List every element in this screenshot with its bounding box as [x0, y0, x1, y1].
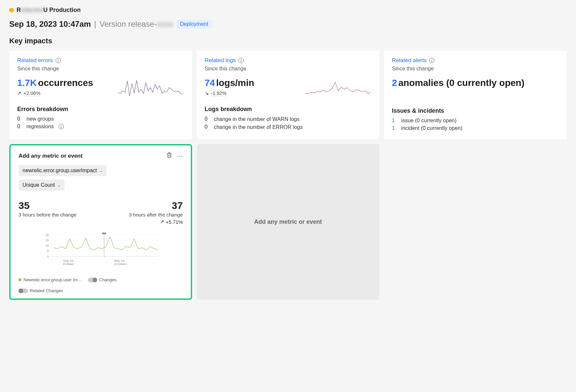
legend-toggle-changes[interactable]: Changes: [88, 277, 116, 282]
info-icon[interactable]: i: [238, 58, 244, 63]
logs-sparkline: [305, 78, 371, 99]
errors-sparkline: [118, 78, 184, 99]
logs-warn-row: 0 change in the number of WARN logs: [205, 116, 372, 122]
alerts-breakdown-title: Issues & incidents: [392, 107, 559, 114]
errors-occurrences: 1.7K occurrences: [17, 78, 114, 88]
alerts-anomalies: 2 anomalies (0 currently open): [392, 78, 559, 88]
related-errors-card: Related errors i Since this change 1.7K …: [9, 51, 192, 139]
app-hex-icon: [9, 8, 14, 13]
app-name: RedactedU Production: [17, 7, 81, 14]
svg-text:Sep 18,11:00am: Sep 18,11:00am: [114, 259, 127, 266]
errors-regressions-row: 0 regressions i: [17, 124, 184, 130]
info-icon[interactable]: i: [429, 58, 434, 63]
before-value-block: 35 3 hours before the change: [19, 200, 76, 225]
toggle-icon: [19, 289, 28, 293]
related-logs-link[interactable]: Related logs: [205, 57, 236, 64]
related-alerts-card: Related alerts i Since this change 2 ano…: [384, 51, 567, 139]
errors-breakdown-title: Errors breakdown: [17, 106, 184, 113]
chevron-down-icon: ⌄: [58, 183, 61, 187]
section-title-key-impacts: Key impacts: [9, 37, 567, 45]
metric-card-title: Add any metric or event: [19, 153, 83, 159]
arrow-up-icon: ↗: [160, 219, 164, 225]
metric-chart: 20 15 10 5 0 Sep 18,8:00am Sep 18,11:00a…: [19, 229, 183, 273]
related-logs-subtitle: Since this change: [205, 66, 372, 72]
trash-icon[interactable]: [166, 152, 172, 160]
svg-text:10: 10: [46, 244, 49, 247]
logs-per-min: 74 logs/min: [205, 78, 302, 88]
aggregation-dropdown[interactable]: Unique Count⌄: [19, 179, 64, 191]
deployment-subheader: Sep 18, 2023 10:47am | Version release-x…: [9, 20, 567, 29]
svg-text:Sep 18,8:00am: Sep 18,8:00am: [63, 259, 74, 266]
svg-text:20: 20: [46, 233, 49, 237]
alerts-incident-row: 1 incident (0 currently open): [392, 125, 559, 131]
deployment-datetime: Sep 18, 2023 10:47am: [9, 20, 91, 29]
legend-series[interactable]: Newrelic.error.group.user Im…: [19, 277, 82, 282]
logs-breakdown-title: Logs breakdown: [205, 106, 372, 113]
svg-point-12: [104, 232, 106, 235]
svg-text:15: 15: [46, 239, 49, 242]
errors-delta: ↗ +2.06%: [17, 90, 114, 96]
related-alerts-subtitle: Since this change: [392, 66, 559, 72]
arrow-down-icon: ↘: [205, 90, 209, 96]
alerts-issue-row: 1 issue (0 currently open): [392, 118, 559, 124]
logs-delta: ↘ -1.92%: [205, 90, 302, 96]
custom-metric-card: Add any metric or event ⋯ newrelic.error…: [9, 144, 192, 300]
legend-toggle-related-changes[interactable]: Related Changes: [19, 288, 183, 293]
key-impacts-grid: Related errors i Since this change 1.7K …: [9, 51, 567, 300]
after-value-block: 37 3 hours after the change ↗ +5.71%: [129, 200, 183, 225]
legend-dot-icon: [19, 278, 21, 281]
related-errors-subtitle: Since this change: [17, 66, 184, 72]
related-logs-card: Related logs i Since this change 74 logs…: [197, 51, 380, 139]
info-icon[interactable]: i: [59, 124, 64, 129]
svg-text:0: 0: [47, 255, 49, 258]
deployment-version: Version release-xxxx: [100, 20, 173, 29]
logs-error-row: 0 change in the number of ERROR logs: [205, 124, 372, 130]
add-metric-placeholder[interactable]: Add any metric or event: [197, 144, 380, 300]
app-title-row: RedactedU Production: [9, 7, 567, 14]
deployment-tag[interactable]: Deployment: [176, 20, 212, 28]
toggle-icon: [88, 278, 97, 282]
arrow-up-icon: ↗: [17, 90, 21, 96]
errors-new-groups-row: 0 new groups: [17, 116, 184, 122]
svg-text:5: 5: [47, 249, 49, 253]
more-icon[interactable]: ⋯: [177, 152, 183, 160]
related-alerts-link[interactable]: Related alerts: [392, 57, 427, 64]
metric-selector-dropdown[interactable]: newrelic.error.group.userImpact⌄: [19, 165, 106, 176]
info-icon[interactable]: i: [56, 58, 61, 63]
chevron-down-icon: ⌄: [100, 169, 103, 173]
svg-point-11: [102, 232, 104, 235]
related-errors-link[interactable]: Related errors: [17, 57, 53, 64]
